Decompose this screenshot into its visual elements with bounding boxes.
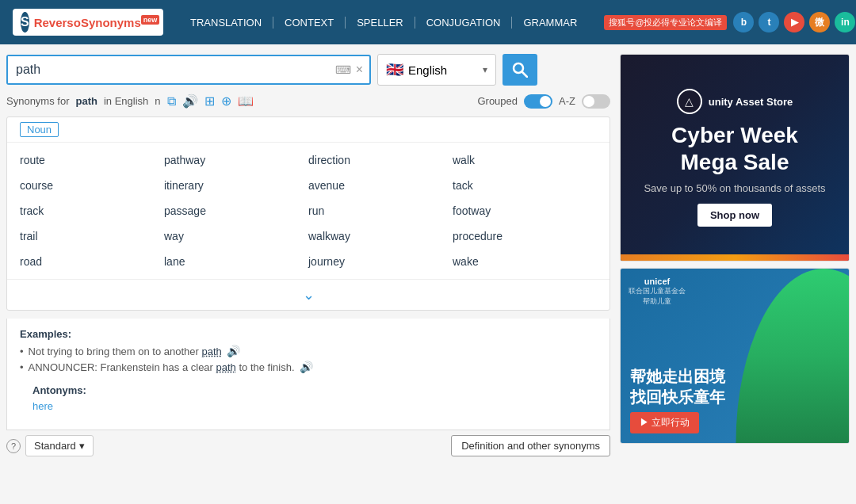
part-of-speech: n xyxy=(155,95,160,107)
grouped-toggle[interactable] xyxy=(524,94,552,109)
list-item[interactable]: course xyxy=(20,174,164,197)
nav-grammar[interactable]: GRAMMAR xyxy=(512,17,588,29)
speaker-icon[interactable]: 🔊 xyxy=(182,94,198,109)
flag-icon: 🇬🇧 xyxy=(386,61,403,78)
list-item[interactable]: avenue xyxy=(308,174,453,197)
copy-icon[interactable]: ⧉ xyxy=(167,94,176,109)
keyboard-icon[interactable]: ⌨ xyxy=(335,63,351,76)
show-more-row[interactable]: ⌄ xyxy=(7,279,610,310)
social-icon-in[interactable]: in xyxy=(835,12,855,32)
list-item[interactable]: footway xyxy=(453,200,597,222)
unity-logo: △ unity Asset Store xyxy=(677,89,793,114)
synonyms-card: Noun route pathway direction walk course… xyxy=(6,116,610,311)
list-item[interactable]: trail xyxy=(20,225,164,247)
examples-label: Examples: xyxy=(20,328,597,340)
logo-s-icon: S xyxy=(21,12,29,32)
list-item[interactable]: route xyxy=(20,149,164,171)
synonyms-for-label: Synonyms for xyxy=(6,95,69,107)
list-item[interactable]: way xyxy=(164,225,308,247)
speaker-icon[interactable]: 🔊 xyxy=(227,345,240,357)
social-icon-y[interactable]: ▶ xyxy=(784,12,804,32)
list-item[interactable]: procedure xyxy=(453,225,597,247)
list-item[interactable]: walk xyxy=(453,149,597,171)
standard-label: Standard xyxy=(34,440,76,452)
search-input-icons: ⌨ × xyxy=(335,63,369,77)
nav-speller[interactable]: SPELLER xyxy=(346,17,415,29)
list-item: Not trying to bring them on to another p… xyxy=(20,345,597,357)
bottom-bar: ? Standard ▾ Definition and other synony… xyxy=(6,430,610,461)
standard-button[interactable]: Standard ▾ xyxy=(25,435,94,456)
cyber-week-subtitle: Save up to 50% on thousands of assets xyxy=(644,182,825,194)
social-icon-w[interactable]: 微 xyxy=(809,12,830,32)
search-button[interactable] xyxy=(503,54,537,86)
list-item: ANNOUNCER: Frankenstein has a clear path… xyxy=(20,361,597,373)
header: S ReversoSynonymsnew TRANSLATION CONTEXT… xyxy=(0,0,856,44)
zoom-icon[interactable]: ⊕ xyxy=(221,94,231,109)
antonym-word[interactable]: here xyxy=(32,400,53,412)
in-english-label: in English xyxy=(104,95,148,107)
cyber-week-title: Cyber Week Mega Sale xyxy=(671,122,798,175)
social-icon-b[interactable]: b xyxy=(733,12,754,32)
nav-context[interactable]: CONTEXT xyxy=(273,17,346,29)
antonyms-section: Antonyms: here xyxy=(20,376,597,420)
nav-translation[interactable]: TRANSLATION xyxy=(179,17,273,29)
chevron-down-icon[interactable]: ⌄ xyxy=(303,287,315,303)
list-item[interactable]: pathway xyxy=(164,149,308,171)
list-item[interactable]: walkway xyxy=(308,225,453,247)
list-item[interactable]: direction xyxy=(308,149,453,171)
nav: TRANSLATION CONTEXT SPELLER CONJUGATION … xyxy=(179,17,588,29)
unicef-logo: unicef 联合国儿童基金会帮助儿童 xyxy=(629,277,686,307)
ad2-action-button[interactable]: ▶ 立即行动 xyxy=(630,412,699,433)
help-icon[interactable]: ? xyxy=(6,439,21,453)
grid-icon[interactable]: ⊞ xyxy=(204,94,215,109)
list-item[interactable]: road xyxy=(20,250,164,273)
list-item[interactable]: journey xyxy=(308,250,453,273)
search-input-wrap: ⌨ × xyxy=(6,55,371,85)
ad-panel-1: Advertising Ad▼ △ unity Asset Store Cybe… xyxy=(620,54,850,262)
book-icon[interactable]: 📖 xyxy=(238,94,254,109)
ad2-text: 帮她走出困境 找回快乐童年 ▶ 立即行动 xyxy=(630,366,725,433)
noun-header: Noun xyxy=(7,117,610,143)
logo[interactable]: S ReversoSynonymsnew xyxy=(13,9,163,36)
search-bar: ⌨ × 🇬🇧 English ▾ xyxy=(6,54,610,86)
dropdown-arrow-icon: ▾ xyxy=(79,440,85,452)
synonyms-grid: route pathway direction walk course itin… xyxy=(7,143,610,279)
options-bar: Synonyms for path in English n ⧉ 🔊 ⊞ ⊕ 📖… xyxy=(6,94,610,109)
right-panel: Advertising Ad▼ △ unity Asset Store Cybe… xyxy=(620,54,850,461)
list-item[interactable]: wake xyxy=(453,250,597,273)
list-item[interactable]: passage xyxy=(164,200,308,222)
shop-now-button[interactable]: Shop now xyxy=(697,204,772,227)
language-text: English xyxy=(408,63,478,77)
example-text: Not trying to bring them on to another p… xyxy=(29,346,222,357)
ad2-main-text: 帮她走出困境 找回快乐童年 xyxy=(630,366,725,407)
ad-image-2: unicef 联合国儿童基金会帮助儿童 帮她走出困境 找回快乐童年 ▶ 立即行动 xyxy=(621,269,849,443)
speaker-icon-2[interactable]: 🔊 xyxy=(300,361,313,373)
ad-panel-2: Advertising Ad▼ unicef 联合国儿童基金会帮助儿童 帮她走出… xyxy=(620,268,850,444)
nav-conjugation[interactable]: CONJUGATION xyxy=(415,17,513,29)
language-selector[interactable]: 🇬🇧 English ▾ xyxy=(377,54,496,86)
search-input[interactable] xyxy=(8,56,335,83)
list-item[interactable]: track xyxy=(20,200,164,222)
list-item[interactable]: itinerary xyxy=(164,174,308,197)
list-item[interactable]: tack xyxy=(453,174,597,197)
social-icon-t[interactable]: t xyxy=(759,12,779,32)
example-link-path2[interactable]: path xyxy=(216,361,236,373)
definition-button[interactable]: Definition and other synonyms xyxy=(451,435,610,456)
child-figure-decoration xyxy=(724,269,849,443)
svg-line-1 xyxy=(522,72,527,77)
list-item[interactable]: run xyxy=(308,200,453,222)
chevron-down-icon: ▾ xyxy=(483,64,487,75)
noun-tag: Noun xyxy=(20,122,59,137)
az-toggle[interactable] xyxy=(582,94,610,109)
clear-icon[interactable]: × xyxy=(356,63,363,77)
orange-bar-decoration xyxy=(621,254,849,261)
logo-text: ReversoSynonymsnew xyxy=(34,16,160,29)
unity-icon: △ xyxy=(677,89,702,114)
example-link-path[interactable]: path xyxy=(202,346,222,357)
search-icon xyxy=(512,62,528,78)
list-item[interactable]: lane xyxy=(164,250,308,273)
unicef-subtitle: 联合国儿童基金会帮助儿童 xyxy=(629,286,686,307)
unity-text: unity Asset Store xyxy=(709,96,793,108)
options-right: Grouped A-Z xyxy=(477,94,610,109)
az-label: A-Z xyxy=(559,95,575,107)
